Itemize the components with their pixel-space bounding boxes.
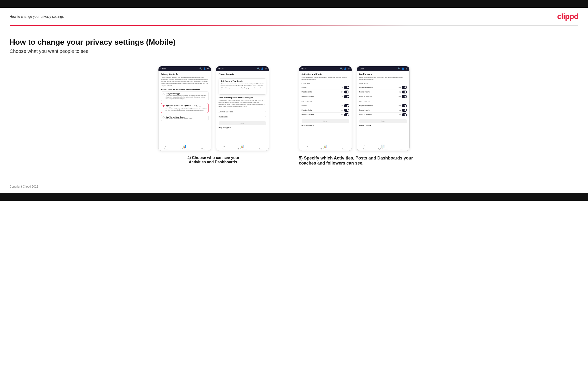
activities-posts-row[interactable]: Activities and Posts › xyxy=(219,109,266,114)
menu-icon2: ☰ xyxy=(259,145,262,148)
option-everyone-desc: Everyone on Clippd can search for you an… xyxy=(166,95,207,100)
option-everyone-label: Everyone on Clippd xyxy=(166,93,207,95)
settings-icon[interactable]: ⚙ xyxy=(265,67,267,70)
tab-menu2[interactable]: ☰ Menu xyxy=(259,145,263,150)
toggle-pill5[interactable] xyxy=(344,109,349,112)
screenshots-pair-left: ‹ Back 🔍 👤 ⚙ Privacy Controls Control ho… xyxy=(158,66,269,151)
toggle-pill4[interactable] xyxy=(344,104,349,107)
toggle-player-switch[interactable]: ON xyxy=(399,86,407,89)
toggle-pill10[interactable] xyxy=(402,104,407,107)
privacy-controls-tab[interactable]: Privacy Controls xyxy=(219,73,234,76)
toggle-on11: ON xyxy=(399,109,401,111)
tab-performance4[interactable]: 📊 My Performance xyxy=(378,145,388,150)
toggle-work-on-followers: What To Work On ON xyxy=(359,113,407,117)
phone4-tabbar: ⌂ Home 📊 My Performance ☰ Menu xyxy=(357,143,409,150)
tab-menu4[interactable]: ☰ Menu xyxy=(400,145,403,150)
work-on-label: What To Work On xyxy=(359,96,372,97)
toggle-rounds-switch[interactable]: ON xyxy=(341,86,349,89)
tab-menu4-label: Menu xyxy=(400,148,403,150)
toggle-player-dash-followers: Player Dashboard ON xyxy=(359,103,407,108)
search-icon[interactable]: 🔍 xyxy=(199,67,202,70)
tab-home2[interactable]: ⌂ Home xyxy=(222,145,225,150)
tab-home3[interactable]: ⌂ Home xyxy=(305,145,309,150)
arrow-right-icon: › xyxy=(266,110,266,113)
tab-performance3[interactable]: 📊 My Performance xyxy=(320,145,330,150)
phone2-help: Help & Support xyxy=(219,125,266,128)
search-icon3[interactable]: 🔍 xyxy=(340,67,343,70)
phone1-back[interactable]: ‹ Back xyxy=(160,68,166,70)
page-subheading: Choose what you want people to see xyxy=(10,49,578,54)
toggle-work-switch-f[interactable]: ON xyxy=(399,113,407,116)
search-icon4[interactable]: 🔍 xyxy=(398,67,400,70)
person-icon4[interactable]: 👤 xyxy=(402,67,404,70)
tab-menu[interactable]: ☰ Menu xyxy=(201,145,205,150)
followers-header: FOLLOWERS xyxy=(302,101,349,103)
manual-label-f: Manual Activities xyxy=(302,114,314,116)
toggle-on9: ON xyxy=(399,96,401,97)
radio-approved[interactable] xyxy=(163,105,164,107)
toggle-drills-switch-f[interactable]: ON xyxy=(341,109,349,112)
menu-icon4: ☰ xyxy=(400,145,403,148)
toggle-pill9[interactable] xyxy=(402,95,407,98)
search-icon[interactable]: 🔍 xyxy=(257,67,260,70)
tab-home[interactable]: ⌂ Home xyxy=(164,145,168,150)
toggle-drills-switch[interactable]: ON xyxy=(341,91,349,93)
toggle-on4: ON xyxy=(341,105,343,106)
person-icon3[interactable]: 👤 xyxy=(344,67,346,70)
home-icon: ⌂ xyxy=(165,145,167,148)
toggle-pill2[interactable] xyxy=(344,91,349,93)
tab-performance2[interactable]: 📊 My Performance xyxy=(238,145,247,150)
phone4-back[interactable]: ‹ Back xyxy=(359,68,364,70)
toggle-on6: ON xyxy=(341,114,343,116)
toggle-player-switch-f[interactable]: ON xyxy=(399,104,407,107)
phone2-back[interactable]: ‹ Back xyxy=(218,68,224,70)
toggle-drills-coaches: Practice Drills ON xyxy=(302,90,349,94)
person-icon[interactable]: 👤 xyxy=(261,67,264,70)
toggle-manual-switch-f[interactable]: ON xyxy=(341,113,349,116)
toggle-pill11[interactable] xyxy=(402,109,407,112)
footer: Copyright Clippd 2022 xyxy=(0,180,588,193)
toggle-pill12[interactable] xyxy=(402,113,407,116)
round-insights-label-f: Round Insights xyxy=(359,109,371,111)
dashboards-row[interactable]: Dashboards › xyxy=(219,114,266,119)
toggle-manual-switch[interactable]: ON xyxy=(341,95,349,98)
phone2-tabbar: ⌂ Home 📊 My Performance ☰ Menu xyxy=(216,143,269,150)
person-icon[interactable]: 👤 xyxy=(203,67,206,70)
tab-home4[interactable]: ⌂ Home xyxy=(363,145,366,150)
toggle-work-switch[interactable]: ON xyxy=(399,95,407,98)
toggle-rounds-switch-f[interactable]: ON xyxy=(341,104,349,107)
phone4-save[interactable]: Save xyxy=(359,119,407,123)
radio-everyone[interactable] xyxy=(163,93,164,95)
phone3-help: Help & Support xyxy=(302,123,349,126)
header: How to change your privacy settings clip… xyxy=(0,8,588,25)
option-approved[interactable]: Only Approved Followers and Your Coach O… xyxy=(161,103,208,113)
option-coach-only[interactable]: Only You and Your Coach Only you and the… xyxy=(161,115,208,121)
tab-menu3[interactable]: ☰ Menu xyxy=(342,145,346,150)
left-section: ‹ Back 🔍 👤 ⚙ Privacy Controls Control ho… xyxy=(138,66,289,166)
radio-coach-only[interactable] xyxy=(163,117,164,118)
settings-icon3[interactable]: ⚙ xyxy=(348,67,350,70)
toggle-pill8[interactable] xyxy=(402,91,407,93)
toggle-pill6[interactable] xyxy=(344,113,349,116)
toggle-pill7[interactable] xyxy=(402,86,407,89)
activities-posts-label: Activities and Posts xyxy=(219,111,233,113)
arrow-right-icon2: › xyxy=(266,116,266,118)
menu-icon: ☰ xyxy=(202,145,204,148)
home-icon2: ⌂ xyxy=(223,145,225,148)
tab-performance[interactable]: 📊 My Performance xyxy=(180,145,190,150)
toggle-pill3[interactable] xyxy=(344,95,349,98)
performance-icon2: 📊 xyxy=(241,145,244,148)
caption-4: 4) Choose who can see your Activities an… xyxy=(187,156,240,164)
toggle-insights-switch[interactable]: ON xyxy=(399,91,407,93)
phone3-save[interactable]: Save xyxy=(302,119,349,123)
settings-icon[interactable]: ⚙ xyxy=(207,67,209,70)
toggle-insights-switch-f[interactable]: ON xyxy=(399,109,407,112)
phone-3: ‹ Back 🔍 👤 ⚙ Activities and Posts Select… xyxy=(299,66,352,151)
settings-icon4[interactable]: ⚙ xyxy=(406,67,407,70)
phone3-back[interactable]: ‹ Back xyxy=(301,68,307,70)
option-everyone[interactable]: Everyone on Clippd Everyone on Clippd ca… xyxy=(161,92,208,101)
toggle-pill[interactable] xyxy=(344,86,349,89)
round-insights-label: Round Insights xyxy=(359,91,371,93)
tab-performance-label: My Performance xyxy=(180,148,190,150)
phone2-save[interactable]: Save xyxy=(219,121,266,125)
